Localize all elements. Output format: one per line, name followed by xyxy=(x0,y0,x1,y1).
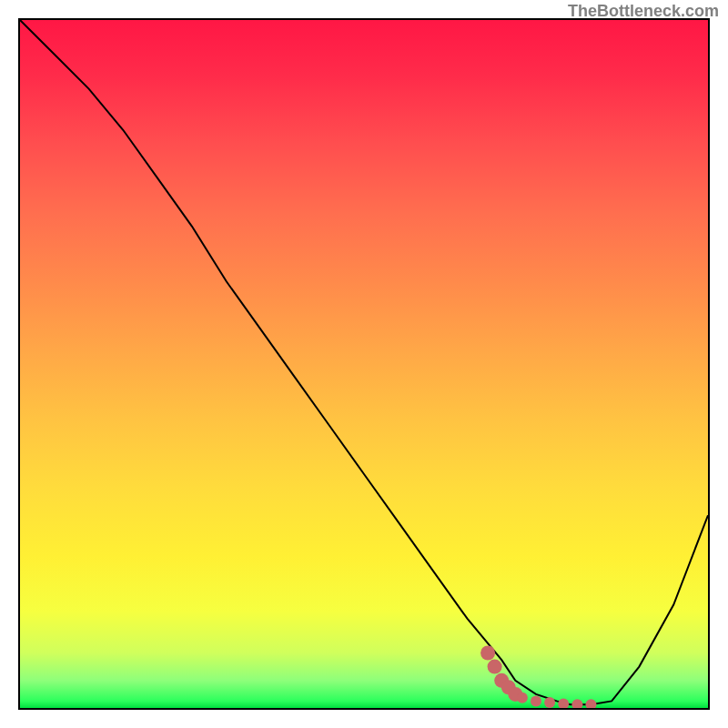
optimal-range-markers xyxy=(20,20,708,708)
chart-container: TheBottleneck.com xyxy=(0,0,728,728)
marker-point xyxy=(488,660,502,674)
marker-point xyxy=(480,646,495,661)
marker-point xyxy=(571,699,582,708)
marker-point xyxy=(544,697,555,708)
marker-point xyxy=(517,693,528,703)
marker-point xyxy=(558,699,569,709)
plot-area xyxy=(20,20,708,708)
marker-point xyxy=(531,695,541,706)
marker-point xyxy=(586,699,597,708)
watermark-text: TheBottleneck.com xyxy=(568,2,719,21)
